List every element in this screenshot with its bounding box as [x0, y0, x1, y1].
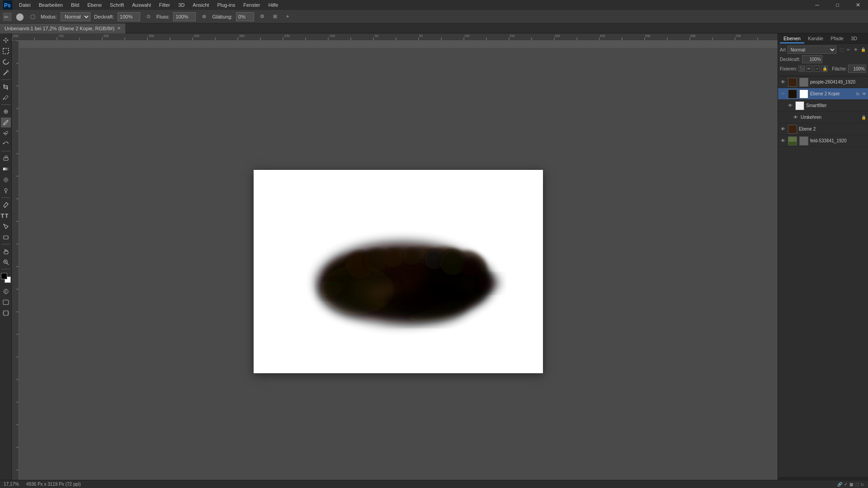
fill-input[interactable] — [848, 65, 866, 73]
pressure-opacity-icon[interactable]: ⊙ — [144, 12, 153, 21]
eyedropper-tool[interactable] — [1, 93, 11, 103]
settings-icon[interactable]: ⚙ — [258, 12, 267, 21]
foreground-color-box[interactable] — [1, 273, 7, 279]
svg-point-21 — [5, 207, 5, 208]
layer-eye-feld[interactable]: 👁 — [780, 138, 786, 144]
document-canvas[interactable] — [254, 170, 543, 373]
layer-eye-umkehren[interactable]: 👁 — [793, 114, 799, 121]
tab-3d[interactable]: 3D — [847, 34, 861, 43]
deckraft-input[interactable] — [118, 12, 140, 21]
pixel-lock-icon[interactable]: ⬚ — [838, 47, 844, 53]
history-brush-tool[interactable] — [1, 139, 11, 149]
layers-list: 👁 people-2604149_1920 👁 Ebene 2 Kopi — [778, 76, 868, 477]
menu-hilfe[interactable]: Hilfe — [264, 1, 282, 9]
menu-3d[interactable]: 3D — [175, 1, 188, 9]
layer-item-people[interactable]: 👁 people-2604149_1920 — [778, 76, 868, 88]
svg-point-42 — [385, 249, 403, 267]
svg-rect-49 — [788, 78, 797, 86]
menu-schrift[interactable]: Schrift — [106, 1, 127, 9]
brush-lock-icon[interactable]: ✏ — [845, 47, 852, 53]
fix-icon-1[interactable]: ⬛ — [798, 66, 805, 72]
menu-filter[interactable]: Filter — [156, 1, 174, 9]
pressure-flow-icon[interactable]: ⊛ — [199, 12, 208, 21]
healing-brush-tool[interactable] — [1, 107, 11, 117]
minimize-button[interactable]: ─ — [807, 0, 827, 10]
brush-tool[interactable] — [1, 117, 11, 127]
maximize-button[interactable]: □ — [827, 0, 848, 10]
layer-item-ebene2[interactable]: 👁 Ebene 2 — [778, 123, 868, 135]
status-icon-check[interactable]: ✓ — [844, 482, 848, 487]
shape-tool[interactable] — [1, 232, 11, 242]
hand-tool[interactable] — [1, 246, 11, 256]
fix-icon-2[interactable]: ✏ — [806, 66, 812, 72]
brush-hardness-icon[interactable]: ◯ — [28, 12, 37, 21]
document-tab[interactable]: Unbenannt-1 bei 17,2% (Ebene 2 Kopie, RG… — [0, 23, 126, 33]
lasso-tool[interactable] — [1, 57, 11, 67]
menu-fenster[interactable]: Fenster — [240, 1, 264, 9]
crop-tool[interactable] — [1, 82, 11, 92]
all-lock-icon[interactable]: 🔒 — [860, 47, 866, 53]
menu-auswahl[interactable]: Auswahl — [128, 1, 155, 9]
modus-select[interactable]: Normal — [61, 12, 90, 21]
close-button[interactable]: ✕ — [848, 0, 868, 10]
layer-eye-people[interactable]: 👁 — [780, 79, 786, 85]
menu-bild[interactable]: Bild — [67, 1, 83, 9]
progress-indicator: 🔗 ✓ ▦ ⬚ ▷ — [837, 482, 864, 487]
layer-thumb-feld — [788, 136, 797, 145]
menu-plugins[interactable]: Plug-ins — [213, 1, 239, 9]
airbrush-icon[interactable]: ⊞ — [270, 12, 279, 21]
quick-mask-icon[interactable] — [1, 286, 11, 296]
artboard-icon[interactable] — [1, 308, 11, 318]
gradient-tool[interactable] — [1, 164, 11, 174]
fluss-input[interactable] — [173, 12, 196, 21]
path-selection-tool[interactable] — [1, 221, 11, 231]
fix-icon-3[interactable]: ↔ — [814, 66, 820, 72]
pen-tool[interactable] — [1, 200, 11, 210]
status-icon-layers[interactable]: ⬚ — [855, 482, 859, 487]
menu-ebene[interactable]: Ebene — [84, 1, 105, 9]
type-tool[interactable]: T T — [1, 211, 11, 221]
position-lock-icon[interactable]: ✥ — [853, 47, 859, 53]
status-icon-more[interactable]: ▷ — [861, 482, 864, 487]
menu-ansicht[interactable]: Ansicht — [189, 1, 212, 9]
tab-kanale[interactable]: Kanäle — [804, 34, 827, 43]
status-icon-link[interactable]: 🔗 — [837, 482, 842, 487]
tab-pfade[interactable]: Pfade — [827, 34, 847, 43]
layer-item-smartfilter[interactable]: 👁 Smartfilter — [778, 100, 868, 112]
status-icon-grid[interactable]: ▦ — [849, 482, 854, 487]
layer-thumb-ebene2 — [788, 125, 797, 134]
dodge-tool[interactable] — [1, 186, 11, 196]
layer-eye-ebene2-kopie[interactable]: 👁 — [780, 91, 786, 97]
tab-close-icon[interactable]: ✕ — [117, 26, 121, 31]
selection-tool[interactable] — [1, 46, 11, 56]
glattung-input[interactable] — [236, 12, 254, 21]
color-boxes[interactable] — [1, 273, 11, 283]
tool-preset-icon[interactable]: ✏ — [3, 12, 12, 21]
zoom-tool[interactable] — [1, 257, 11, 267]
layer-visibility-toggle[interactable]: 👁 — [862, 92, 866, 96]
blur-tool[interactable] — [1, 175, 11, 185]
canvas-container[interactable] — [19, 48, 778, 488]
svg-line-5 — [4, 71, 7, 75]
brush-size-icon[interactable]: ⬤ — [15, 12, 24, 21]
symmetry-icon[interactable]: ⌖ — [283, 12, 292, 21]
menu-datei[interactable]: Datei — [15, 1, 34, 9]
magic-wand-tool[interactable] — [1, 68, 11, 78]
layer-eye-ebene2[interactable]: 👁 — [780, 126, 786, 132]
layer-item-ebene2-kopie[interactable]: 👁 Ebene 2 Kopie fx 👁 — [778, 88, 868, 100]
opacity-input[interactable] — [802, 55, 822, 63]
blend-mode-select[interactable]: Normal — [788, 46, 836, 54]
menu-bearbeiten[interactable]: Bearbeiten — [35, 1, 66, 9]
svg-rect-14 — [5, 156, 7, 158]
fix-icon-4[interactable]: 🔒 — [821, 66, 828, 72]
layer-eye-smartfilter[interactable]: 👁 — [787, 103, 793, 109]
move-tool[interactable] — [1, 35, 11, 45]
eraser-tool[interactable] — [1, 153, 11, 163]
svg-rect-30 — [4, 311, 8, 315]
layer-thumb-ebene2-kopie — [788, 89, 797, 99]
layer-item-feld[interactable]: 👁 feld-533641_1920 — [778, 135, 868, 147]
tab-ebenen[interactable]: Ebenen — [780, 34, 804, 43]
clone-stamp-tool[interactable] — [1, 128, 11, 138]
screen-mode-icon[interactable] — [1, 297, 11, 307]
layer-item-umkehren[interactable]: 👁 Umkehren 🔒 — [778, 112, 868, 123]
